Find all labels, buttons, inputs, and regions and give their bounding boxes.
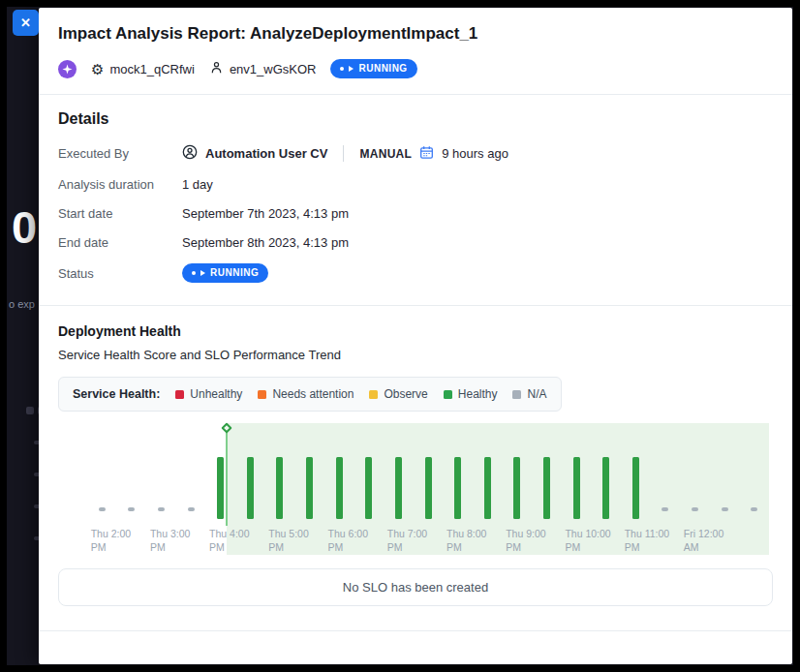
na-bar[interactable]	[188, 507, 195, 511]
healthy-bar[interactable]	[217, 457, 224, 519]
na-bar[interactable]	[99, 507, 106, 511]
healthy-bar[interactable]	[484, 457, 491, 519]
na-bar[interactable]	[722, 507, 728, 511]
health-score-chart: Thu 2:00PMThu 3:00PMThu 4:00PMThu 5:00PM…	[58, 423, 773, 555]
healthy-bar[interactable]	[454, 457, 461, 519]
legend-item-unhealthy: Unhealthy	[175, 387, 242, 401]
healthy-bar[interactable]	[365, 457, 372, 519]
status-badge-label: RUNNING	[358, 63, 407, 75]
chart-subtitle: Service Health Score and SLO Performance…	[58, 348, 773, 362]
x-tick-label: Thu 6:00PM	[328, 528, 368, 554]
healthy-bar[interactable]	[513, 457, 520, 519]
report-meta-row: ⚙ mock1_qCRfwi env1_wGsKOR RUNNING	[58, 59, 773, 78]
service-health-legend: Service Health: UnhealthyNeeds attention…	[58, 377, 562, 412]
healthy-bar[interactable]	[276, 457, 283, 519]
legend-item-label: Needs attention	[272, 387, 354, 401]
chart-bars	[87, 423, 769, 524]
healthy-bar[interactable]	[425, 457, 432, 519]
slo-empty-state: No SLO has been created	[58, 568, 773, 606]
detail-label: End date	[58, 235, 182, 250]
impact-analysis-report-drawer: Impact Analysis Report: AnalyzeDeploymen…	[39, 8, 792, 664]
chart-slot	[117, 423, 147, 524]
mock-name-group[interactable]: ⚙ mock1_qCRfwi	[91, 62, 195, 76]
x-tick-label: Thu 2:00PM	[91, 528, 131, 554]
healthy-bar[interactable]	[573, 457, 580, 519]
detail-row-status: Status RUNNING	[58, 257, 773, 290]
pulse-dot-icon	[192, 271, 196, 275]
status-badge-label: RUNNING	[210, 267, 259, 279]
env-name-group[interactable]: env1_wGsKOR	[209, 61, 317, 77]
chart-slot	[532, 423, 562, 524]
chart-slot	[414, 423, 444, 524]
legend-item-needs-attention: Needs attention	[258, 387, 354, 401]
vertical-separator	[343, 145, 344, 162]
close-icon: ✕	[20, 15, 31, 30]
detail-label: Analysis duration	[58, 177, 182, 192]
pulse-arrow-icon	[200, 270, 205, 276]
chart-slot	[354, 423, 384, 524]
executed-by-user: Automation User CV	[205, 146, 327, 161]
chart-slot	[562, 423, 592, 524]
chart-slot	[443, 423, 473, 524]
healthy-bar[interactable]	[543, 457, 550, 519]
chart-slot	[235, 423, 265, 524]
page-title: Impact Analysis Report: AnalyzeDeploymen…	[58, 24, 773, 44]
chart-slot	[294, 423, 324, 524]
x-tick-label: Thu 8:00PM	[446, 528, 486, 554]
x-axis-tick-labels: Thu 2:00PMThu 3:00PMThu 4:00PMThu 5:00PM…	[87, 526, 769, 555]
na-bar[interactable]	[751, 507, 757, 511]
deployment-health-heading: Deployment Health	[58, 323, 773, 339]
x-tick-label: Thu 4:00PM	[209, 528, 249, 554]
trigger-mode-label: MANUAL	[359, 147, 412, 161]
legend-swatch-icon	[258, 390, 266, 399]
legend-swatch-icon	[369, 390, 378, 399]
legend-item-label: N/A	[527, 387, 546, 401]
legend-title: Service Health:	[73, 387, 160, 401]
detail-row-duration: Analysis duration 1 day	[58, 169, 773, 199]
x-tick-label: Fri 12:00AM	[684, 528, 723, 554]
x-tick-label: Thu 3:00PM	[150, 528, 190, 554]
x-tick-label: Thu 5:00PM	[268, 528, 308, 554]
healthy-bar[interactable]	[632, 457, 639, 519]
detail-row-start-date: Start date September 7th 2023, 4:13 pm	[58, 199, 773, 228]
na-bar[interactable]	[692, 507, 698, 511]
mock-name-label: mock1_qCRfwi	[109, 62, 194, 76]
x-tick-label: Thu 10:00PM	[565, 528, 610, 554]
healthy-bar[interactable]	[306, 457, 313, 519]
chart-slot	[384, 423, 414, 524]
details-table: Executed By Automation User CV MANUAL	[58, 137, 773, 290]
detail-label: Status	[58, 266, 182, 281]
background-partial-text: o exp	[9, 298, 35, 310]
na-bar[interactable]	[158, 507, 165, 511]
legend-swatch-icon	[444, 390, 452, 399]
chart-slot	[739, 423, 769, 524]
chart-slot	[205, 423, 235, 524]
healthy-bar[interactable]	[395, 457, 402, 519]
chart-plot-area: Thu 2:00PMThu 3:00PMThu 4:00PMThu 5:00PM…	[87, 423, 769, 555]
chart-slot	[621, 423, 651, 524]
detail-value: Automation User CV MANUAL 9 hours ago	[182, 144, 508, 163]
detail-row-executed-by: Executed By Automation User CV MANUAL	[58, 137, 773, 169]
gear-icon: ⚙	[91, 62, 104, 76]
chart-slot	[87, 423, 117, 524]
calendar-icon	[419, 145, 434, 163]
report-avatar-icon	[58, 60, 77, 78]
status-badge: RUNNING	[182, 263, 268, 283]
legend-items: UnhealthyNeeds attentionObserveHealthyN/…	[175, 387, 546, 401]
chart-slot	[146, 423, 176, 524]
close-drawer-button[interactable]: ✕	[13, 10, 39, 36]
section-divider	[39, 305, 792, 306]
details-heading: Details	[58, 110, 773, 128]
x-tick-label: Thu 9:00PM	[506, 528, 545, 554]
detail-label: Executed By	[58, 146, 182, 161]
environment-icon	[209, 61, 224, 77]
na-bar[interactable]	[128, 507, 135, 511]
x-tick-label: Thu 7:00PM	[387, 528, 427, 554]
pulse-dot-icon	[340, 67, 344, 71]
legend-item-label: Observe	[384, 387, 427, 401]
healthy-bar[interactable]	[336, 457, 343, 519]
na-bar[interactable]	[662, 507, 668, 511]
healthy-bar[interactable]	[247, 457, 254, 519]
healthy-bar[interactable]	[602, 457, 609, 519]
status-badge: RUNNING	[330, 59, 416, 78]
